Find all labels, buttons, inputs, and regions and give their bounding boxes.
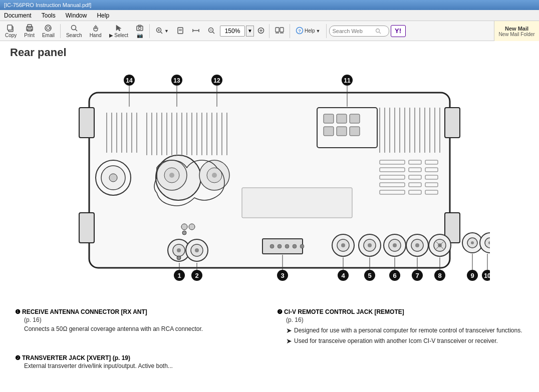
search-label: Search bbox=[66, 33, 82, 38]
search-button[interactable]: Search bbox=[63, 23, 85, 40]
svg-point-121 bbox=[278, 244, 282, 248]
svg-point-58 bbox=[212, 173, 217, 178]
svg-point-51 bbox=[109, 174, 117, 182]
svg-text:13: 13 bbox=[173, 77, 180, 84]
zoom-plus-button[interactable] bbox=[255, 23, 266, 40]
email-button[interactable]: Email bbox=[39, 23, 58, 40]
svg-rect-38 bbox=[79, 108, 94, 138]
fit-width-button[interactable] bbox=[189, 23, 203, 40]
svg-rect-77 bbox=[324, 114, 334, 123]
desc-item-1: ❶ RECEIVE ANTENNA CONNECTOR [RX ANT] (p.… bbox=[15, 308, 262, 345]
svg-point-55 bbox=[169, 173, 174, 178]
new-mail-folder: New Mail Folder bbox=[498, 32, 534, 37]
search-web-input[interactable] bbox=[333, 28, 375, 34]
svg-point-11 bbox=[139, 27, 141, 30]
copy-label: Copy bbox=[5, 33, 17, 38]
zoom-arrow-down[interactable]: ▼ bbox=[246, 26, 254, 37]
desc-body-2: External transverter drive/link input/ou… bbox=[24, 361, 262, 370]
sep1 bbox=[60, 24, 61, 38]
svg-point-118 bbox=[195, 248, 199, 252]
diagram-container: 1 2 3 4 5 6 7 bbox=[10, 65, 529, 300]
menu-help[interactable]: Help bbox=[95, 11, 111, 20]
svg-point-124 bbox=[300, 244, 304, 248]
svg-rect-40 bbox=[445, 108, 460, 138]
svg-line-24 bbox=[213, 32, 215, 34]
snapshot-label: 📷 bbox=[137, 33, 143, 38]
content-area[interactable]: Rear panel bbox=[0, 41, 539, 392]
svg-point-122 bbox=[285, 244, 289, 248]
page-nav-button[interactable] bbox=[272, 23, 287, 40]
copy-button[interactable]: Copy bbox=[2, 23, 20, 40]
title-text: [IC-756PRO Instruction Manual.pdf] bbox=[4, 2, 91, 8]
arrow-icon-2: ➤ bbox=[286, 336, 292, 345]
svg-point-114 bbox=[177, 248, 181, 252]
svg-rect-29 bbox=[276, 28, 279, 32]
sep2 bbox=[149, 24, 150, 38]
rear-panel-diagram: 1 2 3 4 5 6 7 bbox=[49, 65, 490, 300]
svg-rect-30 bbox=[280, 28, 284, 32]
bullet-7-1: ➤ Designed for use with a personal compu… bbox=[286, 326, 524, 335]
menu-bar: Document Tools Window Help bbox=[0, 10, 539, 21]
zoom-out-button[interactable] bbox=[204, 23, 218, 40]
svg-text:4: 4 bbox=[341, 272, 345, 279]
search-web-box[interactable] bbox=[329, 26, 389, 37]
svg-rect-1 bbox=[8, 25, 12, 30]
svg-text:9: 9 bbox=[470, 272, 474, 279]
svg-rect-81 bbox=[337, 127, 347, 136]
svg-point-35 bbox=[376, 29, 379, 32]
svg-point-123 bbox=[293, 244, 297, 248]
descriptions-section: ❶ RECEIVE ANTENNA CONNECTOR [RX ANT] (p.… bbox=[10, 308, 529, 374]
print-label: Print bbox=[24, 33, 35, 38]
help-label: Help bbox=[305, 28, 315, 34]
svg-text:11: 11 bbox=[344, 77, 351, 84]
svg-text:12: 12 bbox=[213, 77, 220, 84]
bullet-7-2: ➤ Used for transceive operation with ano… bbox=[286, 336, 524, 345]
fit-page-button[interactable] bbox=[173, 23, 187, 40]
arrow-icon-1: ➤ bbox=[286, 326, 292, 335]
svg-point-120 bbox=[270, 244, 274, 248]
svg-point-8 bbox=[71, 25, 76, 30]
select-label: ▶ Select bbox=[109, 33, 129, 38]
select-button[interactable]: ▶ Select bbox=[106, 23, 132, 40]
desc-item-7: ❼ CI-V REMOTE CONTROL JACK [REMOTE] (p. … bbox=[277, 308, 524, 345]
zoom-in-button[interactable]: ▼ bbox=[152, 23, 172, 40]
print-button[interactable]: Print bbox=[21, 23, 38, 40]
svg-rect-79 bbox=[350, 114, 360, 123]
desc-title-7: ❼ CI-V REMOTE CONTROL JACK [REMOTE] bbox=[277, 308, 524, 315]
svg-text:2: 2 bbox=[195, 272, 198, 279]
title-bar: [IC-756PRO Instruction Manual.pdf] bbox=[0, 0, 539, 10]
zoom-input[interactable] bbox=[220, 26, 245, 37]
help-button[interactable]: ? Help ▼ bbox=[293, 23, 324, 40]
svg-text:14: 14 bbox=[126, 77, 133, 84]
svg-text:10: 10 bbox=[484, 272, 490, 279]
email-label: Email bbox=[42, 33, 55, 38]
svg-point-149 bbox=[189, 224, 195, 230]
svg-rect-3 bbox=[28, 25, 32, 28]
new-mail-title: New Mail bbox=[505, 26, 528, 32]
desc-text-1: RECEIVE ANTENNA CONNECTOR [RX ANT] bbox=[22, 308, 147, 315]
hand-button[interactable]: Hand bbox=[87, 23, 105, 40]
svg-point-130 bbox=[368, 243, 372, 247]
svg-point-144 bbox=[471, 241, 474, 244]
svg-text:5: 5 bbox=[368, 272, 371, 279]
svg-rect-80 bbox=[324, 127, 334, 136]
svg-line-14 bbox=[161, 32, 163, 34]
desc-body-1: (p. 16) Connects a 50Ω general coverage … bbox=[24, 315, 262, 333]
menu-tools[interactable]: Tools bbox=[40, 11, 58, 20]
svg-text:8: 8 bbox=[438, 272, 441, 279]
svg-line-9 bbox=[75, 29, 77, 31]
new-mail-notification[interactable]: New Mail New Mail Folder bbox=[494, 21, 539, 41]
svg-line-36 bbox=[379, 32, 381, 34]
svg-rect-39 bbox=[79, 213, 94, 243]
hand-label: Hand bbox=[90, 33, 102, 38]
svg-point-150 bbox=[182, 231, 186, 235]
yahoo-button[interactable]: Y! bbox=[391, 25, 406, 37]
desc-item-2: ❷ TRANSVERTER JACK [XVERT] (p. 19) Exter… bbox=[15, 354, 262, 370]
desc-title-2: ❷ TRANSVERTER JACK [XVERT] (p. 19) bbox=[15, 354, 262, 361]
menu-window[interactable]: Window bbox=[64, 11, 89, 20]
svg-rect-78 bbox=[337, 114, 347, 123]
svg-point-133 bbox=[393, 243, 397, 247]
svg-point-127 bbox=[341, 243, 345, 247]
snapshot-button[interactable]: 📷 bbox=[133, 23, 147, 40]
menu-document[interactable]: Document bbox=[2, 11, 34, 20]
